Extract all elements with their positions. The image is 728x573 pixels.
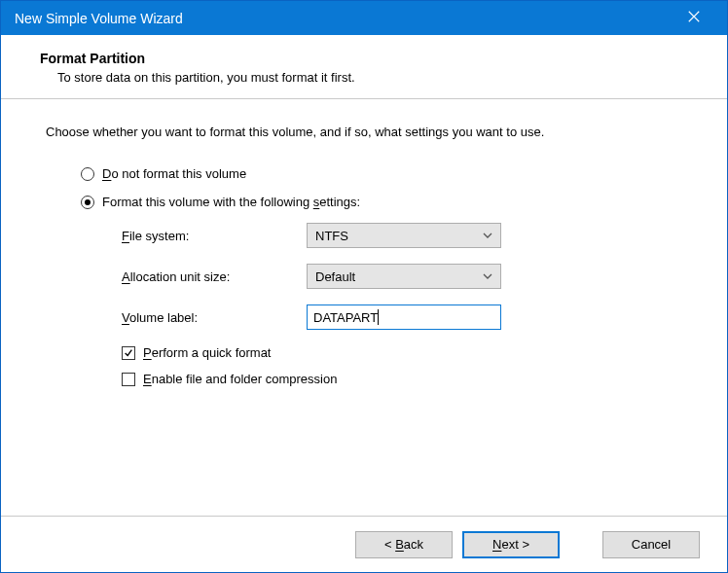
volume-label-row: Volume label: DATAPART	[122, 304, 698, 330]
cancel-button[interactable]: Cancel	[602, 531, 700, 558]
file-system-select[interactable]: NTFS	[307, 223, 501, 248]
close-button[interactable]	[674, 1, 713, 35]
button-label: Cancel	[632, 537, 671, 552]
page-title: Format Partition	[40, 51, 708, 66]
checkbox-label: Enable file and folder compression	[143, 372, 337, 386]
option-format-with-settings[interactable]: Format this volume with the following se…	[81, 195, 698, 209]
option-label: Format this volume with the following se…	[102, 195, 360, 209]
format-options: Do not format this volume Format this vo…	[81, 166, 698, 386]
chevron-down-icon	[483, 229, 492, 243]
select-value: Default	[315, 269, 355, 284]
radio-icon	[81, 167, 94, 181]
volume-label-input[interactable]: DATAPART	[307, 304, 501, 330]
file-system-row: File system: NTFS	[122, 223, 698, 248]
button-label: < Back	[384, 537, 423, 552]
checkbox-icon	[122, 373, 135, 386]
chevron-down-icon	[483, 269, 492, 284]
titlebar: New Simple Volume Wizard	[1, 1, 727, 35]
select-value: NTFS	[315, 229, 348, 243]
checkbox-label: Perform a quick format	[143, 345, 272, 360]
text-caret	[378, 309, 379, 325]
allocation-unit-label: Allocation unit size:	[122, 269, 307, 284]
format-settings: File system: NTFS Allocation unit size:	[122, 223, 698, 386]
volume-label-label: Volume label:	[122, 310, 307, 325]
compression-checkbox[interactable]: Enable file and folder compression	[122, 372, 698, 386]
allocation-unit-select[interactable]: Default	[307, 264, 501, 289]
quick-format-checkbox[interactable]: Perform a quick format	[122, 345, 698, 360]
window-title: New Simple Volume Wizard	[15, 11, 183, 26]
option-do-not-format[interactable]: Do not format this volume	[81, 166, 698, 181]
radio-icon	[81, 196, 94, 209]
button-label: Next >	[492, 537, 529, 552]
allocation-unit-row: Allocation unit size: Default	[122, 264, 698, 289]
wizard-header: Format Partition To store data on this p…	[1, 35, 727, 99]
file-system-label: File system:	[122, 229, 307, 243]
back-button[interactable]: < Back	[355, 531, 453, 558]
option-label: Do not format this volume	[102, 166, 246, 181]
input-value: DATAPART	[313, 310, 378, 325]
next-button[interactable]: Next >	[462, 531, 560, 558]
wizard-window: New Simple Volume Wizard Format Partitio…	[0, 0, 728, 573]
checkbox-icon	[122, 346, 135, 360]
wizard-footer: < Back Next > Cancel	[1, 516, 727, 572]
close-icon	[687, 10, 701, 26]
wizard-content: Choose whether you want to format this v…	[1, 99, 727, 516]
page-subtitle: To store data on this partition, you mus…	[57, 70, 708, 85]
intro-text: Choose whether you want to format this v…	[46, 125, 698, 139]
